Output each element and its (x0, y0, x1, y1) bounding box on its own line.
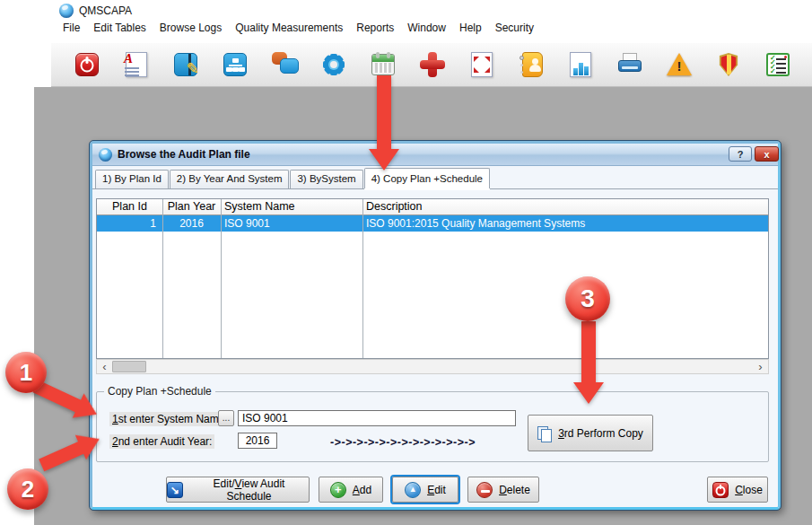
menu-quality-measurements[interactable]: Quality Measurements (235, 22, 343, 34)
column-header-description[interactable]: Description (362, 199, 768, 214)
cell-description: ISO 9001:2015 Quality Management Systems (362, 216, 768, 231)
column-divider (362, 199, 363, 358)
edit-view-audit-schedule-button[interactable]: ↘ Edit/View Audit Schedule (166, 477, 310, 503)
menu-browse-logs[interactable]: Browse Logs (160, 22, 222, 34)
menu-help[interactable]: Help (459, 22, 482, 34)
menu-bar: File Edit Tables Browse Logs Quality Mea… (63, 22, 534, 34)
perform-copy-label: 3rd Perform Copy (558, 427, 643, 440)
menu-security[interactable]: Security (495, 22, 534, 34)
audit-year-input[interactable] (238, 433, 277, 449)
cell-system-name: ISO 9001 (221, 216, 362, 231)
edit-triangle-circle-icon: ▲ (405, 482, 421, 498)
system-name-input[interactable] (238, 410, 516, 426)
edit-label: Edit (427, 484, 446, 496)
copy-pages-icon (537, 426, 552, 441)
annotation-badge-2: 2 (7, 468, 48, 510)
delete-button[interactable]: Delete (467, 477, 539, 503)
add-plus-circle-icon: + (330, 482, 346, 498)
warning-icon[interactable]: ! (665, 50, 694, 79)
column-divider (221, 199, 222, 358)
sitemap-icon[interactable] (221, 50, 249, 79)
arrow-chain-text: ->->->->->->->->->->->->-> (330, 436, 476, 449)
add-button[interactable]: + Add (319, 477, 383, 503)
tab-strip: 1) By Plan Id 2) By Year And System 3) B… (95, 168, 491, 188)
menu-edit-tables[interactable]: Edit Tables (93, 22, 145, 34)
tab-by-year-and-system[interactable]: 2) By Year And System (170, 170, 290, 188)
security-shield-icon[interactable] (714, 50, 743, 79)
menu-window[interactable]: Window (407, 22, 446, 34)
tab-by-plan-id[interactable]: 1) By Plan Id (95, 170, 169, 188)
column-divider (162, 199, 163, 358)
power-icon[interactable] (73, 50, 101, 79)
edit-view-label: Edit/View Audit Schedule (189, 477, 309, 503)
scroll-right-icon[interactable]: › (753, 360, 768, 373)
close-power-icon (712, 482, 729, 498)
contacts-book-icon[interactable] (517, 50, 546, 79)
browse-lookup-button[interactable]: ... (218, 410, 234, 426)
audit-year-label: 2nd enter Audit Year: (109, 434, 214, 449)
dialog-title: Browse the Audit Plan file (118, 148, 250, 161)
close-button[interactable]: Close (707, 477, 768, 503)
help-button[interactable]: ? (729, 146, 752, 162)
cell-plan-id: 1 (97, 216, 162, 231)
audit-plan-table: Plan Id Plan Year System Name Descriptio… (96, 198, 769, 359)
edit-button[interactable]: ▲ Edit (392, 477, 458, 503)
tab-by-system[interactable]: 3) BySystem (290, 170, 362, 188)
toolbar: A ✎ ! ✓✓✓✓ (51, 43, 812, 87)
add-label: Add (353, 484, 371, 496)
close-label: Close (735, 484, 763, 496)
close-window-button[interactable]: x (755, 146, 779, 162)
app-title-text: QMSCAPA (79, 4, 132, 17)
edit-notebook-icon[interactable]: ✎ (171, 50, 200, 79)
column-header-plan-year[interactable]: Plan Year (162, 199, 221, 214)
chat-icon[interactable] (270, 50, 299, 79)
tab-divider (92, 188, 778, 189)
column-header-system-name[interactable]: System Name (221, 199, 362, 214)
dialog-window: Browse the Audit Plan file ? x 1) By Pla… (90, 141, 781, 510)
dialog-titlebar[interactable]: Browse the Audit Plan file ? x (92, 144, 778, 166)
annotation-arrow-to-tab (369, 75, 399, 171)
dialog-icon (99, 148, 112, 162)
menu-file[interactable]: File (63, 22, 80, 34)
cell-plan-year: 2016 (162, 216, 221, 231)
printer-icon[interactable] (616, 50, 644, 79)
schedule-arrow-icon: ↘ (167, 482, 183, 498)
delete-minus-circle-icon (476, 482, 493, 498)
settings-gear-icon[interactable] (319, 50, 348, 79)
groupbox-legend: Copy Plan +Schedule (104, 385, 215, 398)
add-plus-icon[interactable] (418, 50, 447, 79)
import-document-icon[interactable] (467, 50, 496, 79)
table-row[interactable]: 1 2016 ISO 9001 ISO 9001:2015 Quality Ma… (97, 215, 768, 232)
report-chart-icon[interactable] (566, 50, 595, 79)
horizontal-scrollbar[interactable]: ‹ › (96, 359, 769, 374)
table-header-row: Plan Id Plan Year System Name Descriptio… (97, 199, 768, 215)
delete-label: Delete (499, 484, 530, 496)
annotation-arrow-3 (573, 321, 604, 404)
system-name-label: 1st enter System Name: (109, 412, 231, 426)
adobe-document-icon[interactable]: A (122, 50, 151, 79)
column-header-plan-id[interactable]: Plan Id (97, 199, 162, 214)
copy-plan-groupbox: Copy Plan +Schedule (96, 391, 769, 462)
tab-copy-plan-schedule[interactable]: 4) Copy Plan +Schedule (364, 168, 490, 188)
menu-reports[interactable]: Reports (356, 22, 394, 34)
perform-copy-button[interactable]: 3rd Perform Copy (528, 415, 653, 451)
annotation-badge-1: 1 (5, 352, 47, 393)
annotation-badge-3: 3 (565, 276, 610, 321)
app-window-title: QMSCAPA (59, 4, 132, 18)
scroll-left-icon[interactable]: ‹ (97, 360, 112, 373)
scrollbar-thumb[interactable] (112, 361, 146, 372)
qmscapa-logo-icon (59, 4, 74, 18)
checklist-icon[interactable]: ✓✓✓✓ (764, 50, 792, 79)
